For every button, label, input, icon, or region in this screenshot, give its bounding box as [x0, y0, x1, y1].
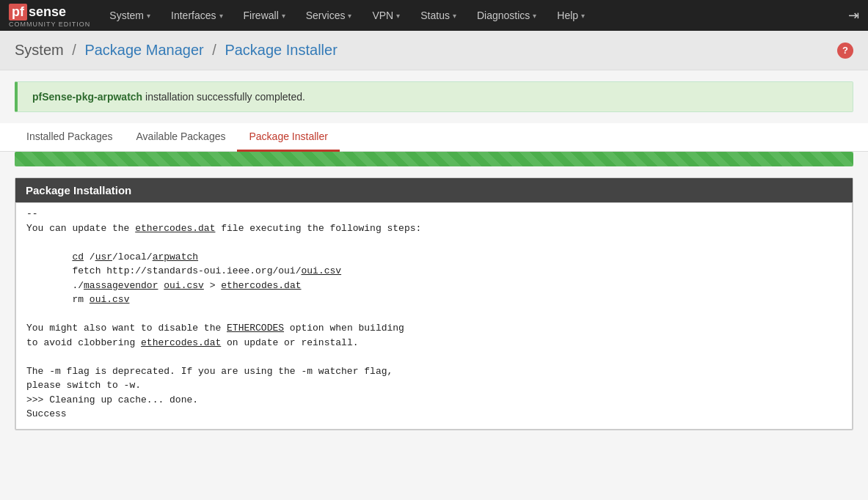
alert-message: installation successfully completed. — [142, 91, 305, 103]
nav-item-status[interactable]: Status ▾ — [410, 0, 467, 31]
nav-link-firewall[interactable]: Firewall ▾ — [233, 0, 296, 31]
logout-icon[interactable]: ⇥ — [848, 7, 859, 23]
nav-menu: System ▾ Interfaces ▾ Firewall ▾ Service… — [99, 0, 839, 31]
nav-item-services[interactable]: Services ▾ — [296, 0, 362, 31]
help-dropdown-arrow: ▾ — [581, 12, 585, 20]
package-installation-panel: Package Installation -- You can update t… — [15, 177, 853, 430]
breadcrumb: System / Package Manager / Package Insta… — [15, 42, 338, 59]
breadcrumb-link-package-manager[interactable]: Package Manager — [84, 42, 203, 58]
terminal-output[interactable]: -- You can update the ethercodes.dat fil… — [15, 202, 853, 430]
pfsense-logo: pf sense COMMUNITY EDITION — [9, 4, 90, 28]
nav-link-diagnostics[interactable]: Diagnostics ▾ — [467, 0, 547, 31]
success-alert: pfSense-pkg-arpwatch installation succes… — [15, 81, 853, 112]
progress-bar — [15, 152, 853, 166]
tab-package-installer[interactable]: Package Installer — [237, 123, 339, 152]
page-content: System / Package Manager / Package Insta… — [0, 31, 868, 430]
nav-item-system[interactable]: System ▾ — [99, 0, 161, 31]
navbar: pf sense COMMUNITY EDITION System ▾ Inte… — [0, 0, 868, 31]
nav-link-services[interactable]: Services ▾ — [296, 0, 362, 31]
nav-item-interfaces[interactable]: Interfaces ▾ — [161, 0, 233, 31]
nav-link-help[interactable]: Help ▾ — [547, 0, 595, 31]
nav-link-interfaces[interactable]: Interfaces ▾ — [161, 0, 233, 31]
nav-link-vpn[interactable]: VPN ▾ — [362, 0, 410, 31]
diagnostics-dropdown-arrow: ▾ — [533, 12, 536, 20]
panel-body: -- You can update the ethercodes.dat fil… — [15, 202, 853, 430]
tab-installed-packages[interactable]: Installed Packages — [15, 123, 125, 152]
tabs-bar: Installed Packages Available Packages Pa… — [0, 123, 868, 152]
logo-sense: sense — [29, 4, 66, 20]
logo-edition: COMMUNITY EDITION — [9, 21, 90, 28]
nav-item-firewall[interactable]: Firewall ▾ — [233, 0, 296, 31]
package-name: pfSense-pkg-arpwatch — [32, 91, 142, 103]
nav-item-vpn[interactable]: VPN ▾ — [362, 0, 410, 31]
breadcrumb-sep2: / — [212, 42, 216, 58]
system-dropdown-arrow: ▾ — [147, 12, 150, 20]
brand-logo: pf sense COMMUNITY EDITION — [0, 0, 99, 31]
help-button[interactable]: ? — [837, 43, 853, 59]
navbar-right: ⇥ — [839, 0, 868, 31]
breadcrumb-sep1: / — [72, 42, 76, 58]
services-dropdown-arrow: ▾ — [348, 12, 351, 20]
interfaces-dropdown-arrow: ▾ — [219, 12, 223, 20]
nav-link-system[interactable]: System ▾ — [99, 0, 161, 31]
nav-link-status[interactable]: Status ▾ — [410, 0, 467, 31]
panel-title: Package Installation — [15, 178, 853, 202]
breadcrumb-root: System — [15, 42, 64, 58]
firewall-dropdown-arrow: ▾ — [282, 12, 285, 20]
nav-item-diagnostics[interactable]: Diagnostics ▾ — [467, 0, 547, 31]
breadcrumb-current[interactable]: Package Installer — [225, 42, 337, 58]
status-dropdown-arrow: ▾ — [453, 12, 456, 20]
nav-item-help[interactable]: Help ▾ — [547, 0, 595, 31]
tab-available-packages[interactable]: Available Packages — [125, 123, 238, 152]
vpn-dropdown-arrow: ▾ — [396, 12, 400, 20]
breadcrumb-bar: System / Package Manager / Package Insta… — [0, 31, 868, 70]
logo-pf: pf — [9, 4, 27, 21]
